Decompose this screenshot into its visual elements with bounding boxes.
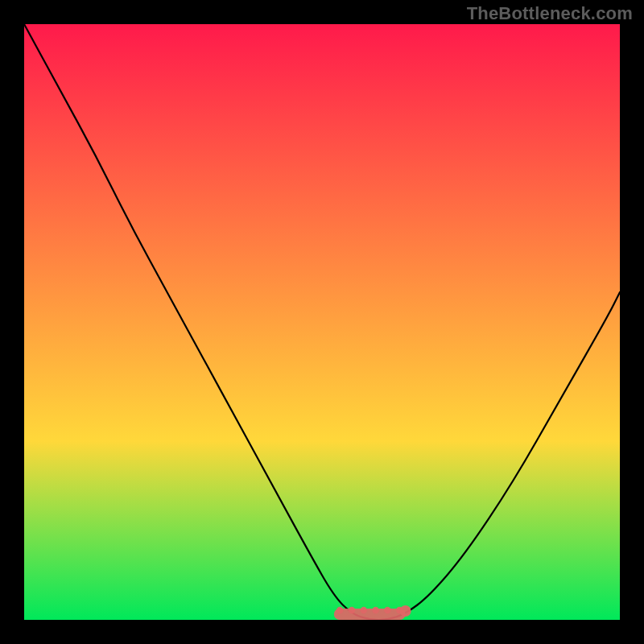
gradient-background [24,24,620,620]
svg-point-2 [349,607,355,613]
svg-rect-0 [334,609,406,620]
svg-point-1 [336,607,343,613]
chart-frame: TheBottleneck.com [0,0,644,644]
plot-svg [24,24,620,620]
svg-point-4 [372,607,378,613]
bottleneck-plot [24,24,620,620]
svg-point-5 [384,607,390,613]
svg-point-7 [400,605,411,617]
watermark-text: TheBottleneck.com [467,3,633,24]
svg-point-3 [361,607,367,613]
